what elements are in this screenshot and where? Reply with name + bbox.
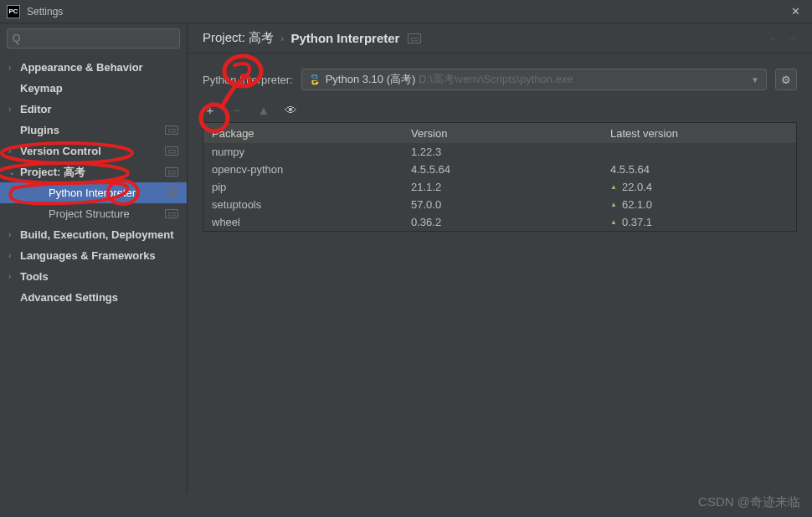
breadcrumb-project-name: 高考	[249, 30, 274, 44]
chevron-icon: ›	[8, 230, 20, 239]
scope-indicator-icon: ▭	[165, 167, 178, 177]
chevron-icon: ›	[8, 63, 20, 72]
header-version[interactable]: Version	[403, 127, 602, 140]
close-icon[interactable]: ✕	[786, 5, 805, 18]
chevron-down-icon: ▼	[751, 75, 759, 84]
sidebar-item-label: Version Control	[20, 145, 165, 157]
cell-latest: ▲22.0.4	[602, 181, 796, 193]
sidebar-item-version-control[interactable]: ›Version Control▭	[0, 141, 187, 161]
cell-version: 1.22.3	[403, 146, 602, 158]
sidebar-item-build-execution-deployment[interactable]: ›Build, Execution, Deployment	[0, 224, 187, 245]
search-input[interactable]	[23, 33, 174, 44]
window-title: Settings	[27, 6, 786, 18]
cell-version: 21.1.2	[403, 181, 602, 193]
sidebar-item-project-structure[interactable]: Project Structure▭	[0, 203, 187, 224]
sidebar-item-label: Editor	[20, 103, 187, 115]
sidebar-item-label: Project Structure	[49, 207, 165, 220]
scope-indicator-icon: ▭	[165, 188, 178, 197]
cell-version: 0.36.2	[403, 216, 602, 228]
sidebar-item-label: Project: 高考	[20, 165, 165, 180]
sidebar-item-label: Languages & Frameworks	[20, 249, 187, 262]
show-early-releases-button[interactable]: 👁	[283, 102, 298, 117]
sidebar-item-tools[interactable]: ›Tools	[0, 266, 187, 287]
chevron-icon: ›	[8, 105, 20, 114]
cell-latest: ▲0.37.1	[602, 216, 796, 228]
sidebar-item-advanced-settings[interactable]: Advanced Settings	[0, 287, 187, 308]
cell-package: opencv-python	[203, 163, 403, 176]
sidebar-item-label: Advanced Settings	[20, 291, 187, 304]
sidebar-item-python-interpreter[interactable]: Python Interpreter▭	[0, 182, 187, 203]
sidebar-item-appearance-behavior[interactable]: ›Appearance & Behavior	[0, 57, 187, 78]
python-icon	[309, 74, 321, 85]
breadcrumb-sep: ›	[280, 32, 284, 44]
remove-package-button[interactable]: −	[229, 102, 244, 117]
chevron-icon: ›	[8, 272, 20, 281]
interpreter-settings-button[interactable]: ⚙	[775, 69, 797, 90]
sidebar-item-label: Appearance & Behavior	[20, 61, 187, 74]
titlebar: PC Settings ✕	[0, 0, 812, 23]
sidebar-item-editor[interactable]: ›Editor	[0, 99, 187, 120]
sidebar-item-label: Build, Execution, Deployment	[20, 228, 187, 241]
nav-forward-icon[interactable]: →	[786, 32, 797, 44]
table-header: Package Version Latest version	[203, 123, 796, 143]
search-box[interactable]: Q	[7, 28, 180, 49]
chevron-icon: ›	[8, 146, 20, 156]
breadcrumb-project-label: Project:	[203, 30, 245, 44]
nav-back-icon[interactable]: ←	[768, 32, 779, 44]
main-panel: Project: 高考 › Python Interpreter ▭ ← → P…	[188, 23, 812, 494]
watermark: CSDN @奇迹来临	[698, 494, 800, 510]
app-icon: PC	[7, 5, 20, 18]
table-row[interactable]: numpy1.22.3	[203, 143, 796, 161]
cell-package: numpy	[203, 146, 403, 158]
cell-package: pip	[203, 181, 403, 193]
interpreter-dropdown[interactable]: Python 3.10 (高考) D:\高考\venv\Scripts\pyth…	[301, 69, 767, 90]
cell-latest: ▲62.1.0	[602, 198, 796, 211]
cell-version: 4.5.5.64	[403, 163, 602, 176]
table-row[interactable]: opencv-python4.5.5.644.5.5.64	[203, 161, 796, 178]
scope-indicator-icon: ▭	[165, 125, 178, 135]
upgrade-arrow-icon: ▲	[610, 183, 617, 191]
package-toolbar: + − ▲ 👁	[188, 102, 812, 122]
add-package-button[interactable]: +	[203, 102, 218, 117]
scope-indicator-icon: ▭	[165, 146, 178, 156]
interpreter-label: Python Interpreter:	[203, 74, 293, 86]
breadcrumb: Project: 高考 › Python Interpreter ▭ ← →	[188, 23, 812, 54]
packages-table: Package Version Latest version numpy1.22…	[203, 122, 797, 232]
sidebar-item-label: Plugins	[20, 124, 165, 136]
scope-indicator-icon: ▭	[408, 33, 421, 44]
sidebar: Q ›Appearance & BehaviorKeymap›EditorPlu…	[0, 23, 188, 494]
table-row[interactable]: setuptools57.0.0▲62.1.0	[203, 196, 796, 213]
header-package[interactable]: Package	[203, 127, 403, 140]
chevron-icon: ›	[8, 251, 20, 260]
search-icon: Q	[13, 33, 20, 44]
header-latest[interactable]: Latest version	[602, 127, 796, 140]
settings-tree: ›Appearance & BehaviorKeymap›EditorPlugi…	[0, 54, 187, 494]
upgrade-package-button[interactable]: ▲	[256, 102, 271, 117]
scope-indicator-icon: ▭	[165, 209, 178, 218]
sidebar-item-label: Keymap	[20, 82, 187, 95]
chevron-icon: ⌄	[8, 167, 20, 177]
sidebar-item-keymap[interactable]: Keymap	[0, 78, 187, 99]
sidebar-item-languages-frameworks[interactable]: ›Languages & Frameworks	[0, 245, 187, 266]
upgrade-arrow-icon: ▲	[610, 201, 617, 208]
upgrade-arrow-icon: ▲	[610, 218, 617, 226]
gear-icon: ⚙	[781, 74, 791, 86]
interpreter-name: Python 3.10 (高考)	[326, 72, 416, 87]
table-row[interactable]: wheel0.36.2▲0.37.1	[203, 213, 796, 231]
cell-package: wheel	[203, 216, 403, 228]
sidebar-item-project-[interactable]: ⌄Project: 高考▭	[0, 161, 187, 182]
sidebar-item-plugins[interactable]: Plugins▭	[0, 120, 187, 141]
cell-package: setuptools	[203, 198, 403, 211]
breadcrumb-page: Python Interpreter	[290, 31, 399, 45]
cell-latest: 4.5.5.64	[602, 163, 796, 176]
sidebar-item-label: Tools	[20, 270, 187, 283]
cell-version: 57.0.0	[403, 198, 602, 211]
interpreter-path: D:\高考\venv\Scripts\python.exe	[419, 72, 573, 87]
table-row[interactable]: pip21.1.2▲22.0.4	[203, 178, 796, 196]
sidebar-item-label: Python Interpreter	[49, 187, 165, 199]
